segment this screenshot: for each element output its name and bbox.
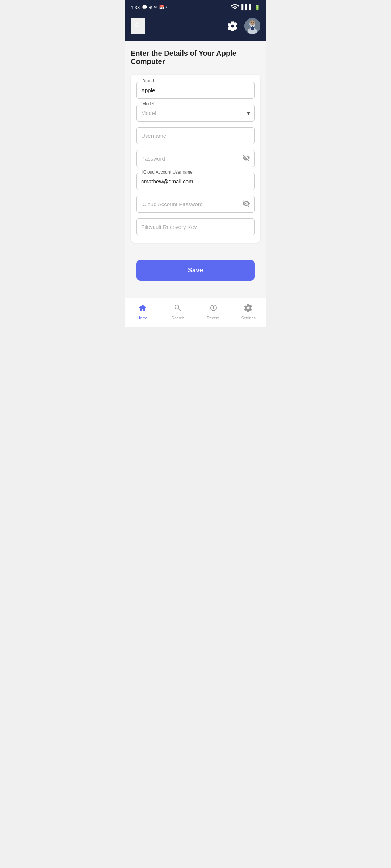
signal-icon: ▌▌▌ (241, 4, 252, 10)
nav-item-recent[interactable]: Recent (196, 302, 231, 322)
icloud-password-input[interactable] (136, 196, 255, 213)
back-button[interactable] (131, 18, 145, 34)
icloud-username-input[interactable] (136, 173, 255, 190)
username-field-wrapper (136, 127, 255, 144)
nav-label-settings: Settings (241, 316, 256, 320)
system-icons: ▌▌▌ 🔋 (231, 3, 260, 12)
settings-icon (244, 303, 253, 314)
save-button[interactable]: Save (136, 260, 255, 281)
filevault-field-wrapper (136, 218, 255, 235)
nav-item-home[interactable]: Home (125, 302, 160, 322)
password-input[interactable] (136, 150, 255, 167)
header-icons (226, 18, 260, 34)
brand-field-wrapper: Brand (136, 82, 255, 99)
nav-label-home: Home (137, 316, 148, 320)
avatar[interactable] (244, 18, 260, 34)
nav-label-recent: Recent (207, 316, 219, 320)
main-content: Enter the Details of Your Apple Computer… (125, 41, 266, 298)
svg-point-8 (253, 22, 254, 23)
search-icon (173, 303, 182, 314)
password-field-wrapper (136, 150, 255, 167)
home-icon (138, 303, 147, 314)
battery-icon: 🔋 (255, 5, 260, 10)
icloud-password-field-wrapper (136, 196, 255, 213)
nav-item-settings[interactable]: Settings (231, 302, 266, 322)
username-input[interactable] (136, 127, 255, 144)
password-visibility-toggle[interactable] (242, 154, 250, 163)
nav-item-search[interactable]: Search (160, 302, 196, 322)
status-time: 1:33 💬⊕✉📅• (131, 5, 168, 10)
icloud-username-field-wrapper: iCloud Account Username (136, 173, 255, 190)
time-display: 1:33 (131, 5, 140, 10)
nav-label-search: Search (172, 316, 184, 320)
page-title: Enter the Details of Your Apple Computer (131, 49, 260, 66)
wifi-icon (231, 3, 239, 12)
icloud-username-label: iCloud Account Username (141, 170, 194, 175)
model-select-wrapper: Model MacBook Air MacBook Pro iMac Mac M… (136, 105, 255, 122)
brand-input[interactable] (136, 82, 255, 99)
notification-icons: 💬⊕✉📅• (142, 5, 167, 10)
bottom-nav: Home Search Recent Settings (125, 298, 266, 327)
model-field-wrapper: Model Model MacBook Air MacBook Pro iMac… (136, 105, 255, 122)
status-bar: 1:33 💬⊕✉📅• ▌▌▌ 🔋 (125, 0, 266, 14)
password-input-wrapper (136, 150, 255, 167)
filevault-input[interactable] (136, 218, 255, 235)
icloud-password-input-wrapper (136, 196, 255, 213)
top-header (125, 14, 266, 41)
icloud-password-visibility-toggle[interactable] (242, 199, 250, 209)
save-section: Save (131, 254, 260, 281)
svg-point-7 (251, 22, 252, 23)
clock-icon (209, 303, 218, 314)
gear-button[interactable] (226, 19, 240, 33)
model-select[interactable]: Model MacBook Air MacBook Pro iMac Mac M… (136, 105, 255, 122)
svg-point-6 (250, 20, 255, 25)
form-card: Brand Model Model MacBook Air MacBook Pr… (131, 75, 260, 243)
brand-label: Brand (141, 78, 155, 84)
